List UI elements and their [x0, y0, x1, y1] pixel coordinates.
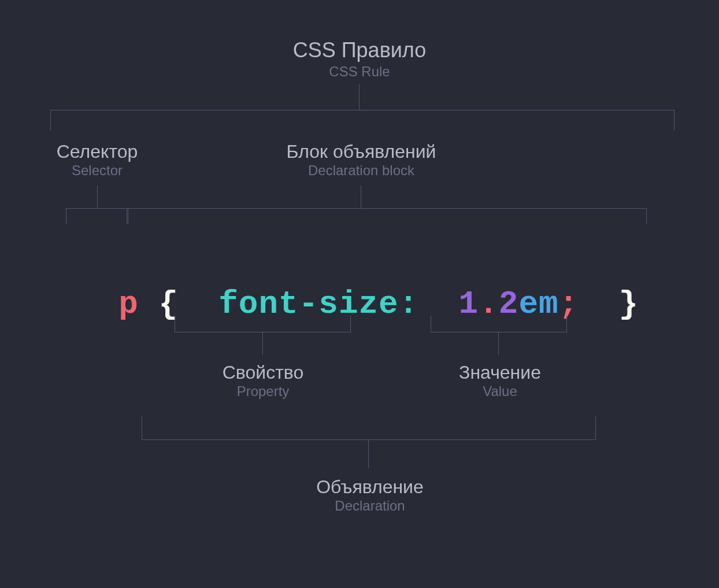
selector-ru: Селектор [16, 141, 178, 162]
block-en: Declaration block [231, 162, 491, 179]
code-unit: em [518, 286, 558, 323]
declaration-ru: Объявление [277, 476, 462, 498]
code-semi: ; [559, 286, 579, 323]
value-ru: Значение [428, 362, 572, 383]
property-en: Property [191, 383, 335, 400]
property-ru: Свойство [191, 362, 335, 383]
connector-line [50, 110, 51, 131]
connector-line [498, 332, 499, 355]
code-selector: p [118, 286, 139, 323]
connector-line [674, 110, 674, 131]
block-ru: Блок объявлений [231, 141, 491, 162]
value-en: Value [428, 383, 572, 400]
code-dot: . [479, 286, 499, 323]
connector-line [142, 439, 596, 440]
connector-line [368, 439, 369, 468]
connector-line [175, 316, 175, 332]
connector-line [431, 332, 567, 332]
code-number-int: 1 [459, 286, 479, 323]
code-line: p { font-size: 1.2em; } [79, 249, 639, 323]
connector-line [262, 332, 263, 355]
connector-line [127, 208, 127, 224]
connector-line [50, 110, 674, 110]
connector-line [350, 316, 351, 332]
code-brace-close: } [618, 286, 639, 323]
connector-line [361, 185, 361, 208]
connector-line [595, 416, 596, 439]
code-property: font-size [218, 286, 398, 323]
connector-line [66, 208, 66, 224]
selector-en: Selector [16, 162, 178, 179]
code-number-frac: 2 [499, 286, 519, 323]
code-brace-open: { [158, 286, 179, 323]
connector-line [66, 208, 128, 209]
connector-line [142, 416, 142, 439]
connector-line [359, 84, 360, 110]
connector-line [97, 185, 98, 208]
connector-line [128, 208, 128, 224]
title-en: CSS Rule [0, 64, 719, 80]
title-ru: CSS Правило [0, 38, 719, 62]
connector-line [127, 208, 647, 209]
connector-line [431, 316, 431, 332]
code-colon: : [399, 286, 419, 323]
connector-line [566, 316, 567, 332]
connector-line [646, 208, 647, 224]
declaration-en: Declaration [277, 498, 462, 514]
